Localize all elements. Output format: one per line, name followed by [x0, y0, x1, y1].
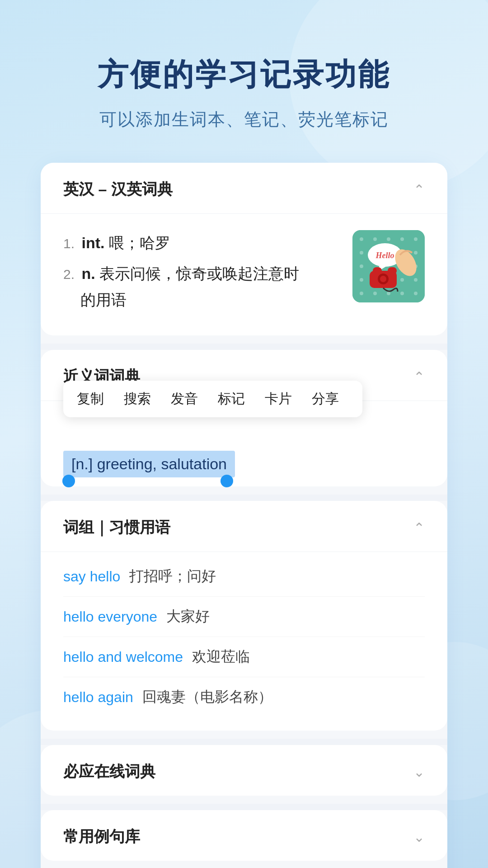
svg-point-4 [400, 237, 404, 241]
selection-handle-right [221, 475, 233, 487]
svg-point-17 [373, 292, 377, 295]
def-num-1: 1. [63, 236, 75, 251]
svg-point-2 [373, 237, 377, 241]
sentence-lib-chevron-down-icon: ⌄ [413, 829, 425, 845]
divider-2 [41, 495, 447, 501]
phrase-item-hello-and-welcome[interactable]: hello and welcome 欢迎莅临 [63, 637, 425, 677]
online-dict-header[interactable]: 必应在线词典 ⌄ [41, 745, 447, 796]
online-dict-title: 必应在线词典 [63, 761, 155, 782]
phrase-cn-say-hello: 打招呼；问好 [129, 566, 216, 586]
divider-1 [41, 344, 447, 350]
english-chinese-dict-header[interactable]: 英汉 – 汉英词典 ⌃ [41, 163, 447, 214]
svg-point-1 [360, 237, 363, 241]
phrases-title: 词组｜习惯用语 [63, 517, 170, 538]
phrase-en-say-hello: say hello [63, 568, 120, 585]
svg-point-15 [414, 278, 418, 282]
phrase-list: say hello 打招呼；问好 hello everyone 大家好 hell… [41, 552, 447, 731]
definition-item-1: 1. int. 喂；哈罗 [63, 230, 339, 256]
hero-subtitle: 可以添加生词本、笔记、荧光笔标记 [99, 108, 389, 131]
selected-text-container: [n.] greeting, salutation [41, 437, 447, 486]
svg-point-18 [387, 292, 390, 295]
sentence-lib-section: 常用例句库 ⌄ [41, 810, 447, 861]
svg-point-12 [360, 278, 363, 282]
selected-text: [n.] greeting, salutation [63, 451, 235, 477]
definitions-text: 1. int. 喂；哈罗 2. n. 表示问候，惊奇或唤起注意时 的用语 [63, 230, 339, 317]
svg-point-14 [400, 278, 404, 282]
phrase-cn-hello-everyone: 大家好 [166, 607, 210, 627]
phrase-item-hello-everyone[interactable]: hello everyone 大家好 [63, 597, 425, 637]
selection-handle-left [62, 475, 75, 487]
main-card: 英汉 – 汉英词典 ⌃ 1. int. 喂；哈罗 2. n. 表示问候，惊奇或唤… [41, 163, 447, 868]
context-menu-share[interactable]: 分享 [302, 390, 349, 408]
english-chinese-dict-section: 英汉 – 汉英词典 ⌃ 1. int. 喂；哈罗 2. n. 表示问候，惊奇或唤… [41, 163, 447, 335]
svg-point-19 [400, 292, 404, 295]
definition-item-2: 2. n. 表示问候，惊奇或唤起注意时 的用语 [63, 261, 339, 313]
phrase-en-hello-again: hello again [63, 689, 133, 706]
synonyms-chevron-up-icon: ⌃ [413, 369, 425, 385]
phrases-chevron-up-icon: ⌃ [413, 520, 425, 536]
hello-illustration: Hello [352, 230, 425, 302]
phrases-header[interactable]: 词组｜习惯用语 ⌃ [41, 501, 447, 552]
context-menu-search[interactable]: 搜索 [114, 390, 161, 408]
online-dict-section: 必应在线词典 ⌄ [41, 745, 447, 796]
phrase-en-hello-everyone: hello everyone [63, 609, 157, 625]
phrases-section: 词组｜习惯用语 ⌃ say hello 打招呼；问好 hello everyon… [41, 501, 447, 731]
context-menu-copy[interactable]: 复制 [77, 390, 114, 408]
sentence-lib-title: 常用例句库 [63, 826, 140, 847]
svg-point-16 [360, 292, 363, 295]
context-menu-mark[interactable]: 标记 [208, 390, 255, 408]
divider-4 [41, 804, 447, 810]
synonyms-section: 近义词词典 ⌃ 复制 搜索 发音 标记 卡片 分享 [n.] greeting,… [41, 350, 447, 486]
phrase-cn-hello-again: 回魂妻（电影名称） [142, 687, 272, 707]
sentence-lib-header[interactable]: 常用例句库 ⌄ [41, 810, 447, 861]
svg-text:Hello: Hello [375, 251, 394, 260]
svg-rect-25 [373, 267, 382, 274]
svg-point-28 [380, 276, 386, 282]
context-menu-pronunciation[interactable]: 发音 [161, 390, 208, 408]
svg-point-5 [414, 237, 418, 241]
svg-point-20 [414, 292, 418, 295]
hero-title: 方便的学习记录功能 [98, 54, 390, 95]
context-menu: 复制 搜索 发音 标记 卡片 分享 [63, 381, 362, 417]
def-num-2: 2. [63, 267, 75, 282]
svg-point-6 [360, 251, 363, 255]
svg-point-10 [360, 264, 363, 268]
svg-point-3 [387, 237, 390, 241]
online-dict-chevron-down-icon: ⌄ [413, 764, 425, 780]
context-menu-card[interactable]: 卡片 [255, 390, 302, 408]
english-chinese-dict-title: 英汉 – 汉英词典 [63, 179, 173, 200]
page-content: 方便的学习记录功能 可以添加生词本、笔记、荧光笔标记 英汉 – 汉英词典 ⌃ 1… [0, 0, 488, 868]
phrase-cn-hello-and-welcome: 欢迎莅临 [192, 647, 250, 667]
phrase-item-say-hello[interactable]: say hello 打招呼；问好 [63, 557, 425, 597]
phrase-item-hello-again[interactable]: hello again 回魂妻（电影名称） [63, 677, 425, 717]
english-chinese-dict-chevron-up-icon: ⌃ [413, 182, 425, 198]
phrase-en-hello-and-welcome: hello and welcome [63, 649, 183, 665]
svg-point-9 [414, 251, 418, 255]
divider-3 [41, 739, 447, 745]
definition-content: 1. int. 喂；哈罗 2. n. 表示问候，惊奇或唤起注意时 的用语 [41, 214, 447, 335]
svg-rect-26 [388, 267, 397, 274]
